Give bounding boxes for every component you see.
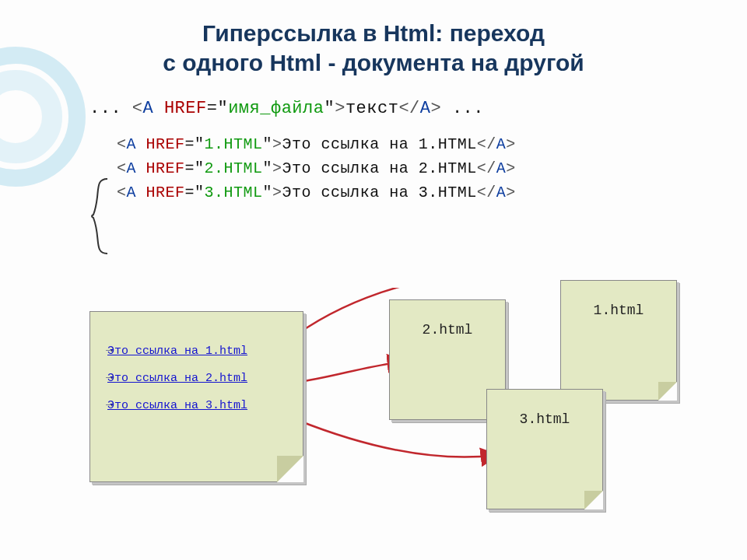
link-row: → Это ссылка на 2.html	[107, 372, 292, 385]
curly-brace-icon	[79, 177, 110, 255]
text2: Это ссылка на 2.HTML	[282, 159, 477, 177]
page-corner-fold-icon	[277, 456, 303, 482]
equals: =	[207, 99, 218, 118]
gt2: >	[431, 99, 442, 118]
arrow-inline-icon: →	[106, 345, 113, 358]
target-label: 1.html	[594, 303, 644, 318]
hyperlink-1[interactable]: Это ссылка на 1.html	[107, 345, 292, 358]
example-row: <A HREF="3.HTML">Это ссылка на 3.HTML</A…	[117, 180, 747, 205]
dots2: ...	[441, 99, 484, 118]
tag-a: A	[143, 99, 164, 118]
file3: 3.HTML	[205, 184, 263, 201]
example-row: <A HREF="2.HTML">Это ссылка на 2.HTML</A…	[117, 156, 747, 180]
slide-title: Гиперссылка в Html: переход с одного Htm…	[0, 0, 747, 77]
attr-href: HREF	[164, 99, 207, 118]
link-row: → Это ссылка на 3.html	[107, 399, 292, 412]
hyperlink-3[interactable]: Это ссылка на 3.html	[107, 399, 292, 412]
text3: Это ссылка на 3.HTML	[282, 184, 477, 201]
arrow-inline-icon: →	[106, 372, 113, 385]
quote2: "	[324, 99, 335, 118]
filename: имя_файла	[228, 99, 324, 118]
link-diagram: → Это ссылка на 1.html → Это ссылка на 2…	[0, 288, 747, 544]
gt: >	[335, 99, 345, 118]
file2: 2.HTML	[205, 159, 263, 177]
text1: Это ссылка на 1.HTML	[282, 135, 477, 153]
dots: ...	[89, 99, 132, 118]
link-row: → Это ссылка на 1.html	[107, 345, 292, 358]
target-document-1: 1.html	[560, 280, 677, 401]
title-line2: с одного Html - документа на другой	[163, 50, 584, 75]
title-line1: Гиперссылка в Html: переход	[202, 20, 545, 46]
page-corner-fold-icon	[658, 382, 677, 401]
arrow-inline-icon: →	[106, 399, 113, 412]
page-corner-fold-icon	[584, 491, 603, 509]
example-row: <A HREF="1.HTML">Это ссылка на 1.HTML</A…	[117, 132, 747, 156]
link-text: текст	[345, 99, 399, 118]
target-document-3: 3.html	[486, 389, 603, 509]
source-document: → Это ссылка на 1.html → Это ссылка на 2…	[89, 311, 303, 482]
hyperlink-2[interactable]: Это ссылка на 2.html	[107, 372, 292, 385]
target-label: 3.html	[520, 411, 570, 427]
target-label: 2.html	[423, 322, 473, 338]
tag-a-close: A	[420, 99, 431, 118]
code-examples: <A HREF="1.HTML">Это ссылка на 1.HTML</A…	[117, 132, 747, 205]
quote: "	[217, 99, 228, 118]
anchor-syntax-template: ... <A HREF="имя_файла">текст</A> ...	[89, 99, 747, 118]
file1: 1.HTML	[205, 135, 263, 153]
